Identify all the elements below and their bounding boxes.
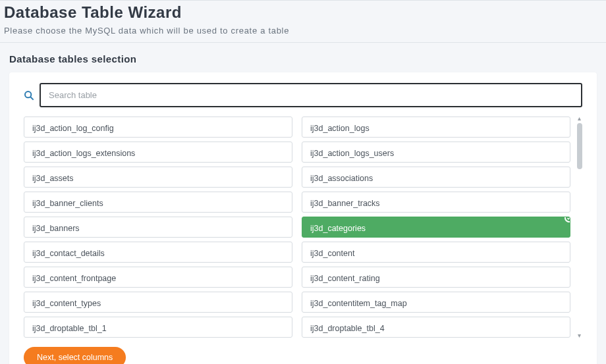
page-header: Database Table Wizard Please choose the … bbox=[0, 0, 606, 43]
table-item[interactable]: ij3d_banner_clients bbox=[24, 192, 292, 213]
page-title: Database Table Wizard bbox=[4, 1, 602, 22]
table-item-label: ij3d_associations bbox=[310, 174, 373, 183]
table-item-label: ij3d_action_log_config bbox=[32, 124, 114, 133]
table-item-label: ij3d_action_logs_users bbox=[310, 149, 394, 158]
table-item-label: ij3d_content_types bbox=[32, 299, 101, 308]
scrollbar-thumb[interactable] bbox=[577, 123, 582, 169]
table-item-label: ij3d_contact_details bbox=[32, 249, 105, 258]
table-item[interactable]: ij3d_action_logs bbox=[302, 117, 570, 138]
section-title: Database tables selection bbox=[0, 43, 606, 72]
table-item[interactable]: ij3d_associations bbox=[302, 167, 570, 188]
table-item[interactable]: ij3d_banner_tracks bbox=[302, 192, 570, 213]
table-item[interactable]: ij3d_content_frontpage bbox=[24, 267, 292, 288]
table-item-label: ij3d_categories bbox=[310, 224, 366, 233]
table-list: ij3d_action_log_configij3d_action_logsij… bbox=[24, 117, 582, 338]
scrollbar[interactable]: ▴ ▾ bbox=[576, 117, 582, 338]
table-item[interactable]: ij3d_droptable_tbl_1 bbox=[24, 317, 292, 338]
table-item-label: ij3d_content_rating bbox=[310, 274, 380, 283]
table-item-label: ij3d_assets bbox=[32, 174, 74, 183]
next-select-columns-button[interactable]: Next, select columns bbox=[24, 347, 126, 364]
table-item[interactable]: ij3d_content_types bbox=[24, 292, 292, 313]
wizard-footer: Next, select columns bbox=[24, 347, 582, 364]
table-item-label: ij3d_droptable_tbl_1 bbox=[32, 324, 107, 333]
check-icon bbox=[565, 217, 570, 222]
search-input[interactable] bbox=[40, 83, 582, 107]
table-item[interactable]: ij3d_content_rating bbox=[302, 267, 570, 288]
table-item[interactable]: ij3d_banners bbox=[24, 217, 292, 238]
table-item[interactable]: ij3d_contact_details bbox=[24, 242, 292, 263]
table-item[interactable]: ij3d_contentitem_tag_map bbox=[302, 292, 570, 313]
search-row bbox=[24, 83, 582, 107]
table-list-container: ij3d_action_log_configij3d_action_logsij… bbox=[24, 117, 582, 338]
table-item-label: ij3d_content_frontpage bbox=[32, 274, 116, 283]
svg-point-0 bbox=[25, 91, 31, 97]
svg-line-1 bbox=[30, 97, 34, 100]
table-item[interactable]: ij3d_categories bbox=[302, 217, 570, 238]
scroll-up-arrow[interactable]: ▴ bbox=[576, 117, 582, 122]
table-item[interactable]: ij3d_assets bbox=[24, 167, 292, 188]
table-item[interactable]: ij3d_action_logs_extensions bbox=[24, 142, 292, 163]
page-subtitle: Please choose the MySQL data which will … bbox=[4, 26, 602, 36]
table-item[interactable]: ij3d_action_logs_users bbox=[302, 142, 570, 163]
table-item[interactable]: ij3d_action_log_config bbox=[24, 117, 292, 138]
table-item[interactable]: ij3d_droptable_tbl_4 bbox=[302, 317, 570, 338]
search-icon bbox=[24, 90, 34, 101]
table-item[interactable]: ij3d_content bbox=[302, 242, 570, 263]
table-item-label: ij3d_action_logs bbox=[310, 124, 370, 133]
table-item-label: ij3d_content bbox=[310, 249, 354, 258]
table-item-label: ij3d_banner_clients bbox=[32, 199, 103, 208]
table-item-label: ij3d_banners bbox=[32, 224, 80, 233]
table-item-label: ij3d_contentitem_tag_map bbox=[310, 299, 407, 308]
wizard-panel: ij3d_action_log_configij3d_action_logsij… bbox=[9, 72, 597, 364]
table-item-label: ij3d_droptable_tbl_4 bbox=[310, 324, 385, 333]
table-item-label: ij3d_banner_tracks bbox=[310, 199, 380, 208]
table-item-label: ij3d_action_logs_extensions bbox=[32, 149, 135, 158]
scroll-down-arrow[interactable]: ▾ bbox=[576, 332, 582, 338]
